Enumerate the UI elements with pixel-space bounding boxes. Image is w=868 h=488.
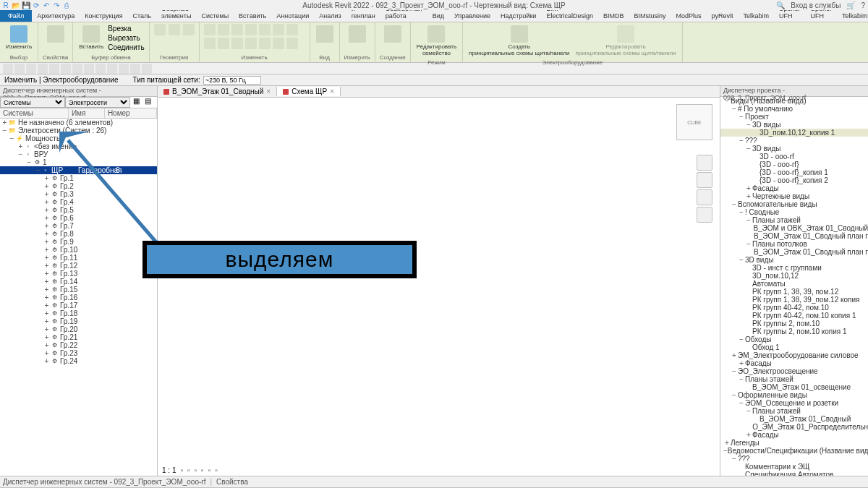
browser-item[interactable]: −Вспомогательные виды — [720, 200, 868, 208]
mod-8[interactable] — [204, 38, 216, 49]
browser-item[interactable]: О_ЭМ_Этаж 01_Распределительн — [720, 423, 868, 431]
vb-12[interactable] — [130, 64, 140, 74]
filter-electrical[interactable]: Электросети — [65, 97, 130, 108]
open-icon[interactable]: 📂 — [12, 1, 20, 9]
scale-display[interactable]: 1 : 1 — [162, 466, 176, 474]
tree-electrical[interactable]: −📁Электросети (Систем : 26) — [0, 127, 157, 134]
browser-item[interactable]: РК групп 40-42, пом.10 — [720, 304, 868, 312]
tree-circuit[interactable]: +⚙Гр.15 — [0, 286, 157, 294]
browser-item[interactable]: −! Сводные — [720, 208, 868, 216]
mod-2[interactable] — [218, 24, 229, 35]
ribbon-tab[interactable]: Сталь — [128, 10, 156, 22]
browser-item[interactable]: −3D виды — [720, 256, 868, 264]
browser-item[interactable]: РК групп 1, 38, 39_пом.12 копия — [720, 296, 868, 304]
tree-circuit[interactable]: +⚙Гр.5 — [0, 206, 157, 214]
vc-5[interactable]: ▫ — [208, 466, 211, 474]
tree-circuit[interactable]: +⚙Гр.8 — [0, 230, 157, 238]
browser-item[interactable]: Автоматы — [720, 280, 868, 288]
tree-circuit[interactable]: +⚙Гр.2 — [0, 182, 157, 190]
filter-icon-2[interactable]: ▤ — [142, 97, 153, 108]
filter-icon-1[interactable]: ▦ — [130, 97, 142, 108]
vb-5[interactable] — [49, 64, 59, 74]
undo-icon[interactable]: ↶ — [42, 1, 51, 9]
ribbon-tab[interactable]: ModPlus — [671, 10, 706, 22]
browser-item[interactable]: +Фасады — [720, 359, 868, 367]
doc-tab-1[interactable]: В_ЭОМ_Этаж 01_Сводный× — [158, 87, 277, 96]
vb-1[interactable] — [3, 64, 13, 74]
browser-item[interactable]: {3D - ооо-rf} — [720, 160, 868, 168]
edit-family-button[interactable]: Редактировать семейство — [415, 24, 458, 58]
col-systems[interactable]: Системы — [0, 108, 69, 118]
join-option[interactable]: Соединить — [108, 43, 144, 51]
col-room-name[interactable]: Имя пространства — [69, 108, 105, 118]
browser-item[interactable]: 3D_пом.10,12 — [720, 272, 868, 280]
ribbon-tab[interactable]: BIMDB — [598, 10, 629, 22]
browser-item[interactable]: −Виды (Название вида) — [720, 97, 868, 105]
browser-item[interactable]: 3D_пом.10,12_копия 1 — [720, 129, 868, 137]
mod-1[interactable] — [204, 24, 216, 35]
vb-7[interactable] — [72, 64, 82, 74]
mod-9[interactable] — [218, 38, 229, 49]
geom-btn-3[interactable] — [183, 24, 195, 35]
tree-circuit-1[interactable]: −⚙1 — [0, 158, 157, 166]
browser-item[interactable]: −ЭОМ_Освещение и розетки — [720, 399, 868, 407]
tree-circuit[interactable]: +⚙Гр.7 — [0, 222, 157, 230]
browser-item[interactable]: Обход 1 — [720, 343, 868, 351]
geom-btn-1[interactable] — [154, 24, 166, 35]
prop-tab-1[interactable]: Диспетчер инженерных систем - 092_3_Прое… — [3, 478, 205, 486]
mod-14[interactable] — [286, 38, 298, 49]
measure-button[interactable] — [344, 24, 370, 44]
ribbon-tab[interactable]: Системы — [196, 10, 234, 22]
mod-13[interactable] — [273, 38, 284, 49]
browser-item[interactable]: В_ЭОМ_Этаж 01_Сводный — [720, 415, 868, 423]
tree-vru[interactable]: −▫ВРУ — [0, 150, 157, 158]
paste-button[interactable]: Вставить — [77, 24, 105, 51]
tree-circuit[interactable]: +⚙Гр.9 — [0, 238, 157, 246]
browser-item[interactable]: РК группы 2, пом.10 — [720, 320, 868, 328]
browser-item[interactable]: −3D виды — [720, 145, 868, 153]
cart-icon[interactable]: 🛒 — [846, 1, 855, 9]
filter-systems[interactable]: Системы — [0, 97, 65, 108]
browser-item[interactable]: РК группы 2, пом.10 копия 1 — [720, 328, 868, 335]
nav-orbit-icon[interactable] — [697, 207, 712, 223]
tree-circuit[interactable]: +⚙Гр.11 — [0, 254, 157, 262]
view-button[interactable] — [315, 24, 335, 44]
view-cube[interactable]: CUBE — [676, 104, 712, 140]
tree-noname[interactable]: +▫<без имени> — [0, 142, 157, 150]
tree-circuit[interactable]: +⚙Гр.13 — [0, 270, 157, 278]
tree-circuit[interactable]: +⚙Гр.21 — [0, 333, 157, 341]
browser-item[interactable]: −Планы этажей — [720, 216, 868, 224]
redo-icon[interactable]: ↷ — [52, 1, 61, 9]
browser-item[interactable]: −Оформленные виды — [720, 391, 868, 399]
vb-3[interactable] — [26, 64, 36, 74]
browser-item[interactable]: Комментарии к ЭЩ — [720, 463, 868, 471]
ribbon-tab[interactable]: Надстройки — [495, 10, 541, 22]
drawing-canvas[interactable]: В_ЭОМ_Этаж 01_Сводный× Схема ЩР× CUBE 1 … — [158, 86, 720, 476]
tree-circuit[interactable]: +⚙Гр.4 — [0, 198, 157, 206]
vb-9[interactable] — [95, 64, 106, 74]
tree-power[interactable]: −⚡Мощность — [0, 134, 157, 142]
browser-item[interactable]: В_ЭОМ_Этаж 01_Сводный план г — [720, 248, 868, 256]
browser-item[interactable]: −Проект — [720, 113, 868, 121]
tree-circuit[interactable]: +⚙Гр.3 — [0, 190, 157, 198]
tree-circuit[interactable]: +⚙Гр.10 — [0, 246, 157, 254]
cut-option[interactable]: Врезка — [108, 25, 144, 33]
doc-tab-2[interactable]: Схема ЩР× — [277, 87, 341, 96]
tree-circuit[interactable]: +⚙Гр.24 — [0, 357, 157, 365]
ribbon-tab[interactable]: Анализ — [314, 10, 346, 22]
vc-3[interactable]: ▫ — [195, 466, 197, 474]
prop-tab-2[interactable]: Свойства — [216, 478, 248, 486]
tree-circuit[interactable]: +⚙Гр.1 — [0, 174, 157, 182]
geom-btn-2[interactable] — [169, 24, 180, 35]
tree-circuit[interactable]: +⚙Гр.17 — [0, 301, 157, 309]
create-button[interactable] — [380, 24, 406, 44]
browser-item[interactable]: В_ЭОМ_Этаж 01_Сводный план г — [720, 232, 868, 240]
mod-4[interactable] — [245, 24, 257, 35]
project-browser-tree[interactable]: −Виды (Название вида)−# По умолчанию−Про… — [720, 97, 868, 476]
tree-circuit[interactable]: +⚙Гр.12 — [0, 262, 157, 270]
tree-circuit[interactable]: +⚙Гр.16 — [0, 294, 157, 301]
vb-6[interactable] — [61, 64, 71, 74]
ribbon-tab[interactable]: Аннотации — [271, 10, 314, 22]
ribbon-tab[interactable]: Вид — [427, 10, 449, 22]
browser-item[interactable]: {3D - ооо-rf}_копия 1 — [720, 168, 868, 176]
